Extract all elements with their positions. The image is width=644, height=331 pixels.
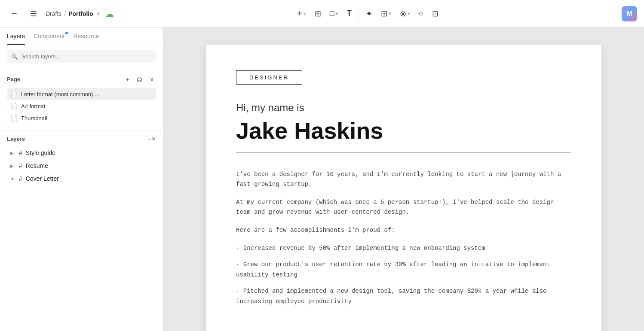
tab-resource[interactable]: Resource bbox=[73, 33, 99, 45]
layer-item-resume[interactable]: ▶ # Resume bbox=[7, 159, 156, 172]
component-icon: ⊞ bbox=[381, 9, 387, 18]
mask-chevron-icon: ∨ bbox=[407, 11, 410, 16]
shape-icon: □ bbox=[330, 9, 334, 18]
page-label: Page bbox=[7, 76, 20, 82]
name-heading: Jake Haskins bbox=[236, 118, 571, 143]
layers-section-label: Layers bbox=[7, 136, 25, 142]
mask-icon: ⊗ bbox=[400, 9, 406, 18]
mask-button[interactable]: ⊗ ∨ bbox=[396, 6, 414, 21]
layer-frame-icon-2: # bbox=[19, 162, 22, 169]
accomplishment-3: · Pitched and implemented a new design t… bbox=[236, 286, 571, 307]
layer-frame-icon-3: # bbox=[19, 175, 22, 182]
layer-frame-icon: # bbox=[19, 149, 22, 156]
search-icon: 🔍 bbox=[11, 53, 18, 60]
paragraph-2: At my current company (which was once a … bbox=[236, 197, 571, 217]
page-item-thumbnail[interactable]: 📄 Thumbnail bbox=[7, 112, 156, 124]
component-dot bbox=[65, 32, 68, 34]
add-button[interactable]: + ∨ bbox=[294, 6, 310, 21]
layers-header: Layers ≡✕ bbox=[7, 136, 156, 142]
breadcrumb: Drafts / Portfolio ∨ bbox=[46, 10, 100, 17]
toolbar-left: ← ☰ Drafts / Portfolio ∨ ☁ bbox=[7, 6, 114, 21]
breadcrumb-active[interactable]: Portfolio bbox=[68, 10, 93, 17]
page-section: Page + 🗂 ∨ 📄 Letter format (most common)… bbox=[0, 68, 163, 131]
page-file-icon: 📄 bbox=[10, 91, 18, 97]
search-input-wrap[interactable]: 🔍 bbox=[7, 50, 156, 63]
panel-tabs: Layers Component Resource bbox=[0, 27, 163, 45]
move-button[interactable]: ✦ bbox=[362, 6, 376, 21]
toolbar-center: + ∨ ⊞ □ ∨ T ✦ ⊞ ∨ ⊗ ∨ ○ ⊡ bbox=[294, 6, 442, 21]
layers-section: Layers ≡✕ ▶ # Style guide ▶ # Resume ▼ #… bbox=[0, 131, 163, 331]
circle-icon: ○ bbox=[419, 9, 423, 18]
component-button[interactable]: ⊞ ∨ bbox=[377, 6, 395, 21]
breadcrumb-prefix: Drafts bbox=[46, 10, 61, 17]
designer-badge: DESIGNER bbox=[236, 70, 571, 102]
folder-button[interactable]: 🗂 bbox=[135, 75, 144, 84]
breadcrumb-chevron-icon: ∨ bbox=[97, 11, 100, 16]
cloud-sync-icon: ☁ bbox=[105, 9, 114, 19]
shape-chevron-icon: ∨ bbox=[335, 11, 338, 16]
page-file-icon-3: 📄 bbox=[10, 115, 18, 121]
crop-button[interactable]: ⊡ bbox=[429, 6, 442, 21]
menu-icon: ☰ bbox=[30, 9, 37, 18]
text-icon: T bbox=[347, 9, 352, 18]
greeting-text: Hi, my name is bbox=[236, 102, 571, 114]
back-icon: ← bbox=[10, 9, 18, 18]
layer-chevron-icon-2: ▶ bbox=[10, 164, 15, 168]
toolbar: ← ☰ Drafts / Portfolio ∨ ☁ + ∨ ⊞ □ ∨ T ✦ bbox=[0, 0, 644, 27]
layer-chevron-icon: ▶ bbox=[10, 151, 15, 155]
layers-collapse-button[interactable]: ≡✕ bbox=[148, 136, 156, 142]
divider-line bbox=[236, 152, 571, 152]
page-item-a4[interactable]: 📄 A4 format bbox=[7, 100, 156, 112]
page-file-icon-2: 📄 bbox=[10, 103, 18, 109]
add-page-button[interactable]: + bbox=[124, 75, 131, 84]
paragraph-1: I've been a designer for 10 years, and I… bbox=[236, 170, 571, 189]
component-chevron-icon: ∨ bbox=[388, 11, 391, 16]
tab-layers[interactable]: Layers bbox=[7, 33, 25, 45]
menu-button[interactable]: ☰ bbox=[27, 6, 40, 21]
add-icon: + bbox=[297, 9, 302, 18]
page-item-letter[interactable]: 📄 Letter format (most common) ... bbox=[7, 88, 156, 100]
collapse-icon: ≡✕ bbox=[148, 136, 156, 142]
add-chevron-icon: ∨ bbox=[303, 11, 306, 16]
canvas-area: DESIGNER Hi, my name is Jake Haskins I'v… bbox=[163, 27, 644, 331]
breadcrumb-sep: / bbox=[64, 10, 66, 17]
text-button[interactable]: T bbox=[343, 6, 355, 21]
frame-button[interactable]: ⊞ bbox=[311, 6, 325, 21]
layer-item-cover-letter[interactable]: ▼ # Cover Letter bbox=[7, 172, 156, 185]
search-box: 🔍 bbox=[0, 45, 163, 68]
frame-icon: ⊞ bbox=[315, 9, 321, 18]
move-icon: ✦ bbox=[366, 9, 372, 18]
main-area: Layers Component Resource 🔍 Page + bbox=[0, 27, 644, 331]
toolbar-right: M bbox=[622, 6, 637, 21]
crop-icon: ⊡ bbox=[432, 9, 439, 18]
page-header-actions: + 🗂 ∨ bbox=[124, 74, 156, 84]
back-button[interactable]: ← bbox=[7, 6, 21, 21]
search-input[interactable] bbox=[21, 53, 152, 60]
shape-button[interactable]: □ ∨ bbox=[326, 6, 342, 21]
expand-pages-button[interactable]: ∨ bbox=[148, 74, 156, 84]
paragraph-3: Here are a few accomplishments I'm proud… bbox=[236, 225, 571, 235]
accomplishment-2: · Grew our product's user retention rate… bbox=[236, 260, 571, 280]
accomplishment-1: · Increased revenue by 50% after impleme… bbox=[236, 243, 571, 254]
toolbar-divider-1 bbox=[359, 9, 359, 19]
page-header: Page + 🗂 ∨ bbox=[7, 74, 156, 84]
app-logo-button[interactable]: M bbox=[622, 6, 637, 21]
document-page: DESIGNER Hi, my name is Jake Haskins I'v… bbox=[206, 45, 601, 331]
layer-item-style-guide[interactable]: ▶ # Style guide bbox=[7, 146, 156, 159]
left-panel: Layers Component Resource 🔍 Page + bbox=[0, 27, 163, 331]
layer-chevron-icon-3: ▼ bbox=[10, 176, 15, 181]
circle-button[interactable]: ○ bbox=[415, 6, 427, 21]
tab-component[interactable]: Component bbox=[34, 33, 64, 45]
logo-text: M bbox=[626, 10, 632, 18]
